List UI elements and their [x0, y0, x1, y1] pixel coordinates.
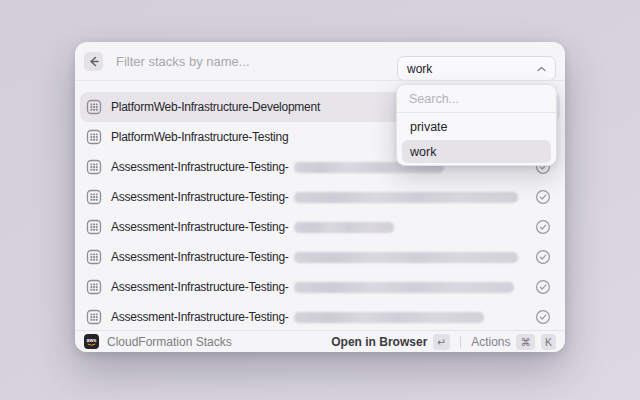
stack-row[interactable]: Assessment-Infrastructure-Testing- [80, 302, 560, 330]
check-circle-icon [535, 279, 551, 295]
stack-name: PlatformWeb-Infrastructure-Development [111, 100, 320, 114]
stack-row[interactable]: Assessment-Infrastructure-Testing- [80, 242, 560, 272]
grid-icon [86, 129, 102, 145]
footer-bar: aws CloudFormation Stacks Open in Browse… [75, 330, 565, 352]
actions-button[interactable]: Actions [471, 335, 510, 349]
redacted-text [294, 312, 484, 323]
grid-icon [86, 159, 102, 175]
stack-name: Assessment-Infrastructure-Testing- [111, 310, 289, 324]
check-circle-icon [535, 189, 551, 205]
check-circle-icon [535, 309, 551, 325]
k-key-icon: K [541, 334, 556, 350]
stack-name: Assessment-Infrastructure-Testing- [111, 220, 289, 234]
stack-name: PlatformWeb-Infrastructure-Testing [111, 130, 288, 144]
check-circle-icon [535, 249, 551, 265]
search-bar: work [75, 42, 565, 80]
grid-icon [86, 189, 102, 205]
check-circle-icon [535, 219, 551, 235]
stack-name: Assessment-Infrastructure-Testing- [111, 160, 289, 174]
stack-name: Assessment-Infrastructure-Testing- [111, 250, 289, 264]
workspace-dropdown[interactable]: work [397, 56, 556, 81]
redacted-text [294, 192, 518, 203]
divider [397, 112, 556, 113]
grid-icon [86, 309, 102, 325]
redacted-text [294, 282, 514, 293]
extension-name: CloudFormation Stacks [107, 335, 232, 349]
arrow-left-icon [88, 56, 99, 67]
command-key-icon: ⌘ [516, 334, 535, 350]
redacted-text [294, 252, 518, 263]
stack-row[interactable]: Assessment-Infrastructure-Testing- [80, 182, 560, 212]
dropdown-panel: private work [396, 84, 557, 166]
chevron-up-icon [537, 66, 546, 72]
redacted-text [294, 222, 394, 233]
grid-icon [86, 99, 102, 115]
aws-icon: aws [84, 334, 99, 349]
raycast-window: work PlatformWeb-Infrastructure-Developm… [75, 42, 565, 352]
dropdown-option-label: work [410, 145, 436, 159]
divider [460, 336, 461, 348]
stack-row[interactable]: Assessment-Infrastructure-Testing- [80, 272, 560, 302]
stack-name: Assessment-Infrastructure-Testing- [111, 280, 289, 294]
open-in-browser-action[interactable]: Open in Browser [331, 335, 427, 349]
dropdown-option-label: private [410, 120, 448, 134]
stack-name: Assessment-Infrastructure-Testing- [111, 190, 289, 204]
grid-icon [86, 249, 102, 265]
return-key-icon: ↵ [433, 334, 450, 350]
dropdown-search-input[interactable] [402, 85, 551, 112]
dropdown-option-private[interactable]: private [402, 115, 551, 138]
dropdown-value: work [407, 62, 537, 76]
dropdown-option-work[interactable]: work [402, 140, 551, 163]
svg-text:aws: aws [87, 337, 97, 343]
grid-icon [86, 219, 102, 235]
stack-row[interactable]: Assessment-Infrastructure-Testing- [80, 212, 560, 242]
back-button[interactable] [84, 52, 103, 71]
grid-icon [86, 279, 102, 295]
